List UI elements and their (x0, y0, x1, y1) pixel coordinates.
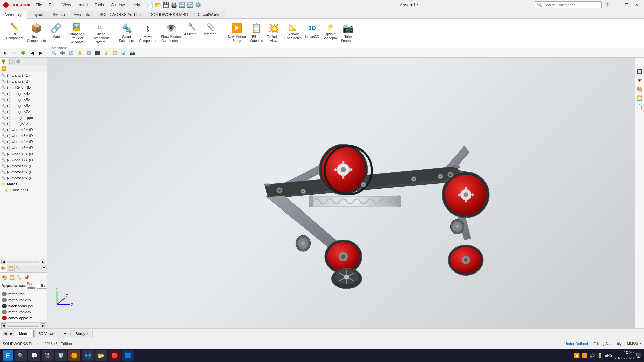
app-scroll-left[interactable]: ◀ (1, 323, 6, 328)
scene-btn[interactable]: 🌅 (111, 49, 118, 57)
new-file-icon[interactable]: 📄 (147, 2, 153, 8)
undo-icon[interactable]: ↩️ (179, 2, 185, 8)
new-motion-study-button[interactable]: ▶️ New MotionStudy (227, 21, 247, 44)
taskbar-shield-btn[interactable]: 🛡️ (55, 350, 67, 361)
right-panel-btn-4[interactable]: 🎨 (636, 85, 644, 93)
tree-item-l-angle-2[interactable]: 🔧 (-) L angle<2> (0, 78, 47, 84)
tree-item-wheel-6[interactable]: 🔧 (-) wheel<6> (D (0, 151, 47, 157)
show-hidden-button[interactable]: 👁️ Show HiddenComponents (160, 21, 182, 44)
appearance-item-matte-iron-2[interactable]: matte iron<2> (1, 297, 45, 303)
app-h-scrollbar[interactable] (7, 325, 39, 327)
right-panel-btn-6[interactable]: 📋 (636, 103, 644, 111)
appearance-item-matte-iron-3[interactable]: matte iron<3> (1, 309, 45, 315)
update-speedpak-button[interactable]: ⚡ UpdateSpeedpak (321, 21, 339, 41)
tree-item-l-angle-5[interactable]: 🔧 (-) L angle<5> (0, 97, 47, 103)
appearance-item-black-spray[interactable]: black spray pai (1, 303, 45, 309)
help-question-icon[interactable]: ❓ (604, 2, 610, 7)
move-component-button[interactable]: ↕️ Move Component (136, 21, 159, 44)
right-panel-btn-2[interactable]: 🔲 (636, 68, 644, 76)
tree-item-l-angle-6[interactable]: 🔧 (-) L angle<6> (0, 103, 47, 109)
save-icon[interactable]: 💾 (163, 2, 169, 8)
display-style-btn[interactable]: ⬛ (94, 49, 101, 57)
tree-item-l-angle-4[interactable]: 🔧 (-) L angle<4> (0, 90, 47, 97)
close-button[interactable]: ✕ (632, 2, 641, 8)
units-dropdown-icon[interactable]: ▾ (639, 341, 641, 345)
explode-line-button[interactable]: 📐 ExplodeLine Sketch (283, 21, 303, 41)
tree-item-spring[interactable]: 🔧 (-) spring<1> - (0, 121, 47, 127)
menu-tools[interactable]: Tools (92, 2, 107, 8)
tray-volume-icon[interactable]: 🔊 (589, 353, 595, 358)
app-scene-icon[interactable]: 🌅 (9, 274, 15, 281)
tab-3d-views[interactable]: 3D Views (34, 330, 58, 337)
selection-btn[interactable]: ↗️ (85, 49, 92, 57)
filter-icon[interactable]: 🔽 (1, 66, 7, 72)
right-panel-btn-5[interactable]: 🌅 (636, 94, 644, 102)
assem-button[interactable]: 🔧 Assemb... (183, 21, 200, 37)
menu-edit[interactable]: Edit (46, 2, 58, 8)
view-tree-btn[interactable]: 🌳 (19, 49, 27, 57)
taskbar-search-btn[interactable]: 🔍 (15, 350, 27, 361)
tree-item-coincident1[interactable]: 📐 Coincident1 (0, 187, 47, 193)
linear-pattern-button[interactable]: ⊞ Linear ComponentPattern (89, 21, 111, 45)
take-snapshot-button[interactable]: 📷 TakeSnapshot (340, 21, 357, 44)
lang-indicator[interactable]: ENG (605, 353, 613, 357)
print-icon[interactable]: 🖨️ (171, 2, 177, 8)
reference-button[interactable]: 📎 Referenc... (201, 21, 220, 37)
taskbar-explorer-btn[interactable]: 📂 (95, 350, 107, 361)
rotate-btn[interactable]: 🔄 (67, 49, 75, 57)
component-preview-button[interactable]: 🖼️ ComponentPreview Window (65, 21, 88, 45)
edit-component-button[interactable]: ✏️ EditComponent (5, 21, 25, 41)
taskbar-sw-btn[interactable]: 🟦 (122, 350, 134, 361)
appearances-help-btn[interactable]: ? (41, 266, 47, 271)
tree-item-wheel-4[interactable]: 🔧 (-) wheel<4> (D (0, 139, 47, 145)
config-tab[interactable]: ⚙️ (15, 58, 22, 65)
scroll-right-arrow[interactable]: ▶ (41, 260, 45, 264)
right-panel-btn-3[interactable]: 👁️ (636, 76, 644, 84)
tree-item-link2[interactable]: 🔧 (-) link2<5> (D (0, 84, 47, 90)
camera-btn[interactable]: 📷 (128, 49, 136, 57)
minimize-button[interactable]: — (612, 2, 621, 8)
tab-scroll-right-btn[interactable]: ▶ (9, 331, 14, 336)
appearances-decal-tab[interactable]: 🏷️ (15, 265, 22, 272)
scroll-left-arrow[interactable]: ◀ (1, 260, 6, 264)
zoom-to-fit-btn[interactable]: 🔍 (50, 49, 57, 57)
app-decal-icon[interactable]: 🏷️ (16, 274, 23, 281)
bill-of-materials-button[interactable]: 📋 Bill ofMaterials (248, 21, 265, 44)
render-btn[interactable]: 💡 (102, 49, 110, 57)
show-desktop-icon[interactable]: 🖥️ (636, 353, 641, 358)
feature-tree-tab[interactable]: 🌳 (0, 58, 7, 65)
tree-item-wheel-3[interactable]: 🔧 (-) wheel<3> (D (0, 133, 47, 139)
instant3d-button[interactable]: 3D Instant3D (304, 21, 321, 40)
tab-scroll-left-btn[interactable]: ◀ (3, 331, 8, 336)
app-display-icon[interactable]: 🎨 (1, 274, 8, 281)
sort-dropdown[interactable]: History Name Type (37, 283, 47, 289)
tree-item-l-angle-1[interactable]: 🔧 (-) L angle<1> (0, 72, 47, 78)
mate-button[interactable]: 🔗 Mate (48, 21, 64, 40)
app-scroll-right[interactable]: ▶ (41, 323, 45, 328)
menu-view[interactable]: View (60, 2, 74, 8)
tab-motion-study-1[interactable]: Motion Study 1 (59, 330, 92, 337)
tree-item-wheel-7[interactable]: 🔧 (-) wheel<7> (D (0, 157, 47, 163)
restore-button[interactable]: ❐ (622, 2, 631, 8)
tray-up-icon[interactable]: 🔼 (574, 353, 580, 358)
tree-item-wheel-5[interactable]: 🔧 (-) wheel<5> (D (0, 145, 47, 151)
taskbar-taskview-btn[interactable]: 💬 (28, 350, 40, 361)
view-list-btn[interactable]: ≡ (11, 49, 18, 57)
tree-item-wheel-2[interactable]: 🔧 (-) wheel<2> (D (0, 127, 47, 133)
tab-evaluate[interactable]: Evaluate (70, 11, 95, 18)
menu-help[interactable]: Help (129, 2, 143, 8)
smart-fasteners-button[interactable]: 🔩 SmartFasteners (118, 21, 135, 44)
tree-item-motor-3[interactable]: 🔧 (-) motor<3> (D (0, 175, 47, 181)
tab-model[interactable]: Model (15, 330, 34, 337)
appearances-view-tab[interactable]: 🎨 (0, 265, 7, 272)
taskbar-orange-btn[interactable]: 🟠 (68, 350, 80, 361)
tab-assembly[interactable]: Assembly (0, 11, 26, 19)
appearance-item-matte-iron[interactable]: matte iron (1, 291, 45, 297)
menu-insert[interactable]: Insert (75, 2, 91, 8)
tree-item-spring-supp[interactable]: 🔧 (-) spring suppc (0, 115, 47, 121)
open-file-icon[interactable]: 📂 (155, 2, 161, 8)
right-panel-btn-1[interactable]: ⬚ (636, 59, 644, 67)
app-pin-icon[interactable]: 📌 (23, 274, 30, 281)
tree-item-motor-2[interactable]: 🔧 (-) motor<2> (D (0, 169, 47, 175)
insert-components-button[interactable]: 📦 InsertComponents (25, 21, 47, 44)
